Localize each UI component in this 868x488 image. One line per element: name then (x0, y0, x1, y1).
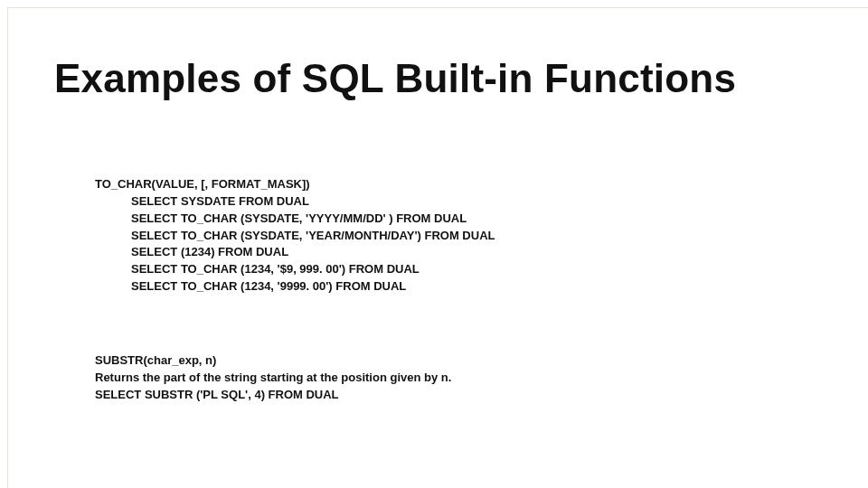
tochar-line: SELECT TO_CHAR (SYSDATE, 'YEAR/MONTH/DAY… (95, 228, 495, 245)
page-title: Examples of SQL Built-in Functions (54, 56, 736, 101)
tochar-heading: TO_CHAR(VALUE, [, FORMAT_MASK]) (95, 176, 495, 193)
tochar-line: SELECT TO_CHAR (SYSDATE, 'YYYY/MM/DD' ) … (95, 211, 495, 228)
substr-line: Returns the part of the string starting … (95, 370, 451, 387)
tochar-line: SELECT (1234) FROM DUAL (95, 244, 495, 261)
tochar-line: SELECT TO_CHAR (1234, '$9, 999. 00') FRO… (95, 261, 495, 278)
tochar-line: SELECT SYSDATE FROM DUAL (95, 193, 495, 211)
substr-heading: SUBSTR(char_exp, n) (95, 352, 451, 370)
substr-line: SELECT SUBSTR ('PL SQL', 4) FROM DUAL (95, 387, 451, 404)
tochar-line: SELECT TO_CHAR (1234, '9999. 00') FROM D… (95, 278, 495, 296)
tochar-block: TO_CHAR(VALUE, [, FORMAT_MASK]) SELECT S… (95, 176, 495, 296)
substr-block: SUBSTR(char_exp, n) Returns the part of … (95, 352, 451, 404)
slide-page: Examples of SQL Built-in Functions TO_CH… (0, 0, 868, 488)
